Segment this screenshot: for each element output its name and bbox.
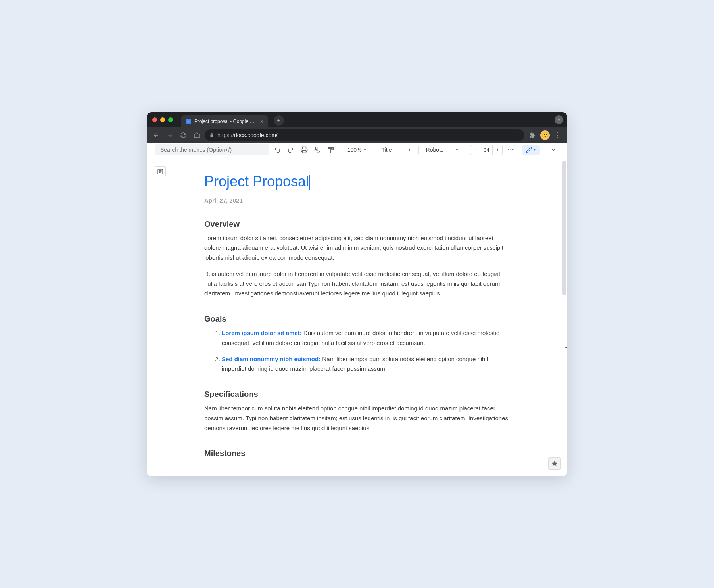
window-controls [152,117,173,122]
hide-menus-button[interactable] [548,145,559,155]
goal-link-2[interactable]: Sed diam nonummy nibh euismod: [222,356,321,362]
caret-down-icon: ▼ [363,148,367,152]
titlebar: ≡ Project proposal - Google Docs × + [147,112,567,127]
style-value: Title [382,147,406,153]
paint-format-button[interactable] [326,145,336,155]
font-size-control: − + [470,145,503,155]
tab-title: Project proposal - Google Docs [194,119,257,124]
caret-down-icon: ▼ [408,148,411,152]
docs-toolbar: 100% ▼ Title ▼ Roboto ▼ − + ··· ▼ [147,143,567,157]
heading-overview[interactable]: Overview [204,220,510,229]
font-value: Roboto [426,147,454,153]
maximize-window-button[interactable] [168,117,173,122]
home-button[interactable] [191,130,202,141]
style-selector[interactable]: Title ▼ [378,145,415,155]
extensions-button[interactable] [527,130,538,141]
menu-search-input[interactable] [160,147,265,153]
editing-mode-button[interactable]: ▼ [522,145,540,155]
forward-button[interactable] [164,130,175,141]
browser-account-button[interactable] [555,115,563,124]
heading-milestones[interactable]: Milestones [204,449,510,458]
print-button[interactable] [299,145,309,155]
more-toolbar-button[interactable]: ··· [506,145,516,155]
document-area: Project Proposal April 27, 2021 Overview… [147,157,567,476]
caret-down-icon: ▼ [533,148,537,152]
document-outline-button[interactable] [155,166,166,177]
undo-button[interactable] [273,145,283,155]
address-bar: https://docs.google.com/ 🙂 ⋮ [147,127,567,143]
scrollbar-thumb[interactable] [562,161,566,295]
overview-paragraph-2[interactable]: Duis autem vel eum iriure dolor in hendr… [204,269,510,299]
back-button[interactable] [151,130,162,141]
lock-icon [209,133,214,138]
pencil-icon [526,147,532,153]
font-size-increase-button[interactable]: + [493,145,502,155]
menu-search[interactable] [155,144,269,155]
text-cursor [309,175,310,190]
goal-item-2[interactable]: Sed diam nonummy nibh euismod: Nam liber… [222,354,510,374]
font-selector[interactable]: Roboto ▼ [423,145,462,155]
close-window-button[interactable] [152,117,157,122]
overview-paragraph-1[interactable]: Lorem ipsum dolor sit amet, consectetuer… [204,234,510,263]
redo-button[interactable] [286,145,296,155]
new-tab-button[interactable]: + [274,115,284,126]
caret-down-icon: ▼ [455,148,459,152]
specifications-paragraph[interactable]: Nam liber tempor cum soluta nobis eleife… [204,404,510,433]
browser-tab[interactable]: ≡ Project proposal - Google Docs × [181,115,268,127]
tab-close-button[interactable]: × [260,118,263,124]
font-size-decrease-button[interactable]: − [470,145,480,155]
goal-item-1[interactable]: Lorem ipsum dolor sit amet: Duis autem v… [222,328,510,348]
browser-window: ≡ Project proposal - Google Docs × + htt… [147,112,567,476]
url-text: https://docs.google.com/ [217,132,278,138]
heading-specifications[interactable]: Specifications [204,390,510,399]
docs-favicon-icon: ≡ [186,119,191,124]
browser-menu-button[interactable]: ⋮ [552,130,563,141]
zoom-selector[interactable]: 100% ▼ [344,145,370,155]
scrollbar[interactable] [562,157,566,476]
zoom-value: 100% [347,147,362,153]
profile-avatar[interactable]: 🙂 [540,130,550,140]
explore-button[interactable] [548,457,561,470]
document-page[interactable]: Project Proposal April 27, 2021 Overview… [204,157,510,458]
svg-rect-0 [302,151,306,153]
goals-list[interactable]: Lorem ipsum dolor sit amet: Duis autem v… [204,328,510,374]
minimize-window-button[interactable] [160,117,165,122]
heading-goals[interactable]: Goals [204,314,510,324]
font-size-input[interactable] [480,147,492,153]
spellcheck-button[interactable] [313,145,323,155]
reload-button[interactable] [178,130,189,141]
goal-link-1[interactable]: Lorem ipsum dolor sit amet: [222,329,302,336]
resize-cursor-icon: ↔ [564,344,567,351]
document-date[interactable]: April 27, 2021 [204,197,510,204]
document-title[interactable]: Project Proposal [204,173,310,190]
url-bar[interactable]: https://docs.google.com/ [205,129,524,141]
